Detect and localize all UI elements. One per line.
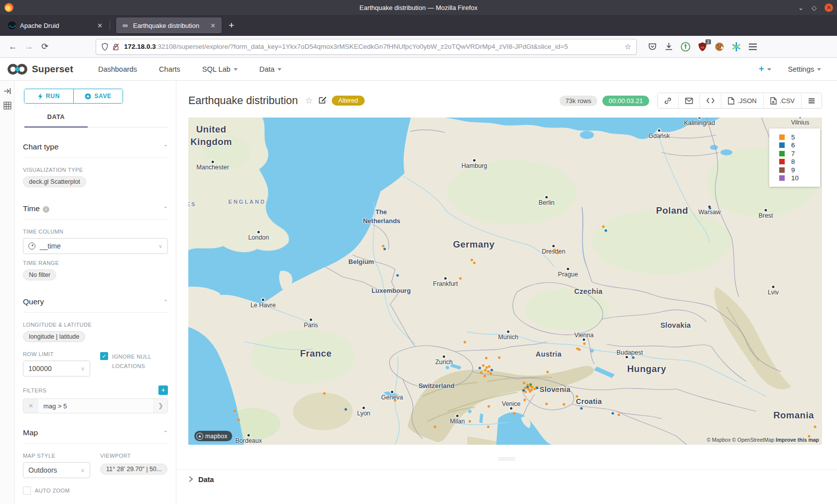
tab-data[interactable]: DATA	[24, 110, 88, 127]
window-close-icon[interactable]: ✕	[825, 3, 833, 12]
more-options-button[interactable]	[802, 93, 822, 108]
checkbox-unchecked-icon[interactable]	[23, 487, 31, 495]
lonlat-label: LONGITUDE & LATITUDE	[23, 322, 168, 328]
legend-row: 7	[779, 149, 820, 158]
legend-row: 9	[779, 166, 820, 174]
favorite-star-icon[interactable]: ☆	[305, 95, 313, 106]
menu-icon[interactable]	[748, 43, 757, 51]
chart-header: Earthquake distribution ☆ Altered 73k ro…	[176, 81, 837, 118]
data-point	[482, 365, 485, 367]
window-title: Earthquake distribution — Mozilla Firefo…	[0, 4, 837, 11]
legend-value: 8	[791, 158, 795, 165]
downloads-icon[interactable]	[664, 42, 674, 51]
superset-favicon: ∞	[121, 21, 129, 29]
ignore-null-checkbox-row[interactable]: ✓ IGNORE NULL LOCATIONS	[100, 352, 167, 377]
remove-filter-icon[interactable]: ✕	[23, 399, 38, 413]
checkbox-checked-icon[interactable]: ✓	[100, 352, 108, 360]
export-json-button[interactable]: .JSON	[721, 93, 763, 108]
section-query[interactable]: Query⌃	[23, 297, 168, 313]
query-timer-badge: 00:00:03.21	[602, 96, 650, 106]
data-point	[488, 366, 491, 368]
new-tab-button[interactable]: +	[229, 20, 234, 31]
time-range-value[interactable]: No filter	[23, 269, 56, 280]
legend-value: 10	[791, 174, 799, 182]
asterisk-extension-icon[interactable]	[731, 42, 741, 52]
window-maximize-icon[interactable]: ◇	[812, 4, 817, 11]
data-point	[536, 387, 539, 389]
map-style-label: MAP STYLE	[23, 453, 90, 459]
export-csv-button[interactable]: .CSV	[764, 93, 802, 108]
nav-settings[interactable]: Settings	[788, 65, 821, 73]
section-time[interactable]: Timei ⌃	[23, 204, 168, 220]
chevron-right-icon[interactable]: ❯	[153, 399, 167, 413]
bookmark-star-icon[interactable]: ☆	[625, 42, 631, 51]
tab-close-icon[interactable]: ✕	[96, 22, 104, 29]
filter-item[interactable]: ✕ mag > 5 ❯	[23, 398, 168, 413]
run-button[interactable]: RUN	[24, 89, 74, 103]
time-column-select[interactable]: __time ∨	[23, 238, 168, 254]
auto-zoom-checkbox-row[interactable]: AUTO ZOOM	[23, 486, 168, 496]
nav-data[interactable]: Data	[249, 65, 293, 73]
chevron-up-icon: ⌃	[163, 206, 168, 212]
run-save-group: RUN SAVE	[24, 89, 123, 104]
tab-close-icon[interactable]: ✕	[209, 22, 217, 29]
data-point	[555, 389, 558, 392]
improve-map-link[interactable]: Improve this map	[776, 437, 819, 443]
add-filter-button[interactable]: +	[158, 385, 168, 395]
data-point	[576, 395, 578, 398]
mapbox-icon: ▲	[196, 433, 203, 440]
edit-title-icon[interactable]	[319, 96, 327, 106]
back-icon[interactable]: ←	[5, 42, 21, 52]
url-text[interactable]: 172.18.0.3:32108/superset/explore/?form_…	[124, 43, 621, 50]
nav-sql-lab[interactable]: SQL Lab	[191, 65, 249, 73]
legend-value: 6	[791, 141, 795, 149]
chart-area: Earthquake distribution ☆ Altered 73k ro…	[176, 81, 837, 504]
section-map[interactable]: Map⌃	[23, 428, 168, 444]
section-chart-type[interactable]: Chart type⌃	[23, 142, 168, 158]
add-new-button[interactable]: +	[759, 64, 771, 74]
tab-apache-druid[interactable]: Apache Druid ✕	[3, 17, 109, 33]
map-canvas[interactable]: UnitedKingdomENGLANDESManchesterLondonTh…	[188, 118, 822, 445]
data-point	[487, 426, 490, 428]
email-button[interactable]	[679, 93, 700, 108]
dataset-grid-icon[interactable]	[3, 102, 11, 110]
nav-charts[interactable]: Charts	[148, 65, 191, 73]
altered-badge[interactable]: Altered	[332, 96, 365, 106]
superset-logo[interactable]: Superset	[7, 63, 73, 76]
extension-shield-icon[interactable]: ω 2	[698, 42, 707, 52]
map-style-select[interactable]: Outdoors ∨	[23, 462, 90, 478]
export-button-group: .JSON .CSV	[657, 93, 822, 109]
viz-type-value[interactable]: deck.gl Scatterplot	[23, 176, 86, 187]
chevron-down-icon: ∨	[81, 366, 85, 372]
viewport-value[interactable]: 11° 28' 29.70" | 50...	[100, 464, 167, 475]
resize-handle[interactable]	[498, 458, 515, 460]
url-bar[interactable]: 172.18.0.3:32108/superset/explore/?form_…	[96, 39, 637, 55]
data-point	[524, 399, 526, 401]
reload-icon[interactable]: ⟳	[37, 41, 53, 52]
lonlat-value[interactable]: longitude | latitude	[23, 331, 85, 342]
chevron-down-icon	[817, 68, 821, 71]
view-query-button[interactable]	[700, 93, 721, 108]
data-point	[487, 371, 490, 373]
extension-green-icon[interactable]	[681, 42, 691, 52]
nav-dashboards[interactable]: Dashboards	[87, 65, 148, 73]
window-minimize-icon[interactable]: ⌄	[798, 4, 804, 11]
lock-insecure-icon[interactable]	[112, 43, 120, 51]
copy-link-button[interactable]	[658, 93, 679, 108]
window-titlebar[interactable]: Earthquake distribution — Mozilla Firefo…	[0, 0, 837, 15]
save-button[interactable]: SAVE	[74, 89, 123, 103]
mapbox-logo[interactable]: ▲ mapbox	[194, 431, 232, 441]
cookie-extension-icon[interactable]	[714, 42, 724, 52]
collapse-panel-icon[interactable]	[3, 88, 11, 95]
data-panel-header[interactable]: Data	[176, 469, 837, 490]
shield-icon[interactable]	[101, 43, 109, 51]
chevron-down-icon	[234, 68, 238, 71]
pocket-icon[interactable]	[648, 42, 657, 51]
row-limit-select[interactable]: 100000 ∨	[23, 361, 90, 377]
data-point	[632, 357, 635, 359]
tab-earthquake-distribution[interactable]: ∞ Earthquake distribution ✕	[116, 17, 222, 33]
forward-icon[interactable]: →	[21, 42, 37, 52]
time-range-label: TIME RANGE	[23, 260, 168, 266]
data-point	[488, 405, 490, 408]
chevron-right-icon	[188, 476, 193, 484]
